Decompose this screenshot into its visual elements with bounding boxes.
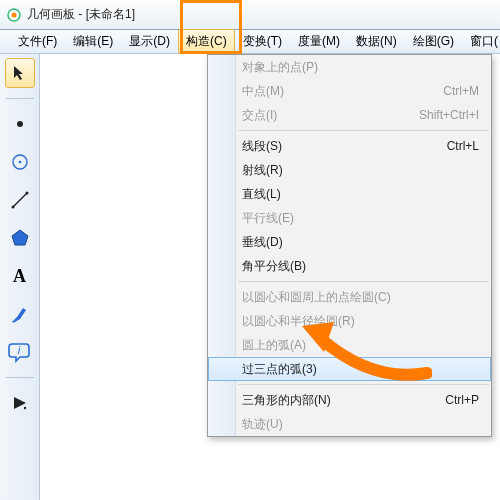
svg-text:i: i xyxy=(17,344,20,356)
svg-point-12 xyxy=(23,407,25,409)
menuitem-label: 直线(L) xyxy=(242,186,281,203)
point-tool[interactable] xyxy=(5,109,35,139)
menuitem: 交点(I)Shift+Ctrl+I xyxy=(208,103,491,127)
menu-items: 文件(F)编辑(E)显示(D)构造(C)变换(T)度量(M)数据(N)绘图(G)… xyxy=(10,29,500,54)
menu-e[interactable]: 编辑(E) xyxy=(65,29,121,54)
title-bar: 几何画板 - [未命名1] xyxy=(0,0,500,30)
menuitem-shortcut: Ctrl+M xyxy=(443,84,479,98)
menuitem: 圆上的弧(A) xyxy=(208,333,491,357)
custom-tool[interactable] xyxy=(5,388,35,418)
menuitem: 以圆心和圆周上的点绘圆(C) xyxy=(208,285,491,309)
menuitem-label: 以圆心和圆周上的点绘圆(C) xyxy=(242,289,391,306)
menuitem-label: 轨迹(U) xyxy=(242,416,283,433)
circle-tool[interactable] xyxy=(5,147,35,177)
menu-separator xyxy=(238,384,489,385)
menuitem-shortcut: Ctrl+P xyxy=(445,393,479,407)
menuitem-label: 中点(M) xyxy=(242,83,284,100)
menuitem[interactable]: 垂线(D) xyxy=(208,230,491,254)
menu-separator xyxy=(238,130,489,131)
menuitem[interactable]: 过三点的弧(3) xyxy=(208,357,491,381)
menuitem-label: 交点(I) xyxy=(242,107,277,124)
menuitem-label: 线段(S) xyxy=(242,138,282,155)
separator xyxy=(6,98,34,99)
menuitem: 中点(M)Ctrl+M xyxy=(208,79,491,103)
arrow-tool[interactable] xyxy=(5,58,35,88)
marker-tool[interactable] xyxy=(5,299,35,329)
menu-g[interactable]: 绘图(G) xyxy=(405,29,462,54)
menuitem-shortcut: Shift+Ctrl+I xyxy=(419,108,479,122)
svg-line-7 xyxy=(13,193,27,207)
svg-point-1 xyxy=(12,12,17,17)
menuitem-label: 圆上的弧(A) xyxy=(242,337,306,354)
menuitem-label: 平行线(E) xyxy=(242,210,294,227)
svg-point-6 xyxy=(18,161,21,164)
menu-n[interactable]: 数据(N) xyxy=(348,29,405,54)
menu-c[interactable]: 构造(C) xyxy=(178,29,235,54)
menu-separator xyxy=(238,281,489,282)
menu-bar: 文件(F)编辑(E)显示(D)构造(C)变换(T)度量(M)数据(N)绘图(G)… xyxy=(0,30,500,54)
menuitem[interactable]: 线段(S)Ctrl+L xyxy=(208,134,491,158)
menu-m[interactable]: 度量(M) xyxy=(290,29,348,54)
svg-point-9 xyxy=(25,192,28,195)
menuitem-label: 三角形的内部(N) xyxy=(242,392,331,409)
menuitem-label: 过三点的弧(3) xyxy=(242,361,317,378)
app-icon xyxy=(6,7,22,23)
menuitem-label: 对象上的点(P) xyxy=(242,59,318,76)
line-tool[interactable] xyxy=(5,185,35,215)
menuitem-label: 角平分线(B) xyxy=(242,258,306,275)
menuitem-label: 以圆心和半径绘圆(R) xyxy=(242,313,355,330)
tool-palette: A i xyxy=(0,54,40,500)
menuitem[interactable]: 三角形的内部(N)Ctrl+P xyxy=(208,388,491,412)
info-tool[interactable]: i xyxy=(5,337,35,367)
window-title: 几何画板 - [未命名1] xyxy=(27,6,135,23)
menuitem[interactable]: 直线(L) xyxy=(208,182,491,206)
menuitem-label: 射线(R) xyxy=(242,162,283,179)
menuitem: 轨迹(U) xyxy=(208,412,491,436)
menuitem: 平行线(E) xyxy=(208,206,491,230)
svg-point-8 xyxy=(11,206,14,209)
polygon-tool[interactable] xyxy=(5,223,35,253)
menuitem[interactable]: 角平分线(B) xyxy=(208,254,491,278)
menu-t[interactable]: 变换(T) xyxy=(235,29,290,54)
menuitem: 对象上的点(P) xyxy=(208,55,491,79)
menuitem-label: 垂线(D) xyxy=(242,234,283,251)
svg-marker-10 xyxy=(12,230,28,245)
construct-menu-dropdown: 对象上的点(P)中点(M)Ctrl+M交点(I)Shift+Ctrl+I线段(S… xyxy=(207,54,492,437)
menuitem: 以圆心和半径绘圆(R) xyxy=(208,309,491,333)
menu-f[interactable]: 文件(F) xyxy=(10,29,65,54)
menu-d[interactable]: 显示(D) xyxy=(121,29,178,54)
text-tool[interactable]: A xyxy=(5,261,35,291)
menuitem[interactable]: 射线(R) xyxy=(208,158,491,182)
menuitem-shortcut: Ctrl+L xyxy=(447,139,479,153)
separator xyxy=(6,377,34,378)
menu-[interactable]: 窗口( xyxy=(462,29,500,54)
svg-point-4 xyxy=(17,121,23,127)
